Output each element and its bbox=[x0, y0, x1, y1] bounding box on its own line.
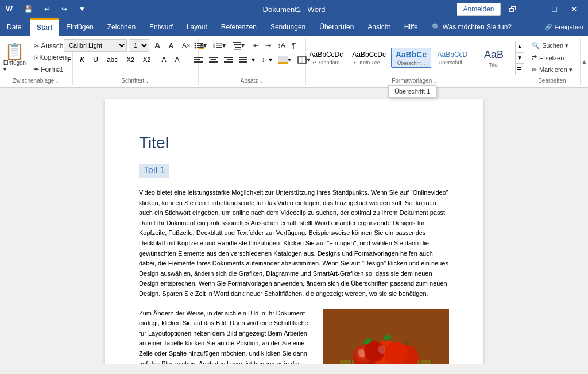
search-button[interactable]: 🔍 Suchen ▾ bbox=[527, 40, 578, 51]
paragraph-expand-icon[interactable]: ⌄ bbox=[259, 78, 264, 84]
undo-button[interactable]: ↩ bbox=[40, 2, 55, 16]
word-icon: W bbox=[5, 3, 15, 16]
search-icon: 🔍 bbox=[432, 23, 440, 31]
tab-start[interactable]: Start bbox=[30, 18, 59, 36]
editing-label: Bearbeiten bbox=[538, 76, 566, 84]
bold-button[interactable]: F bbox=[64, 53, 75, 66]
svg-rect-21 bbox=[209, 57, 218, 58]
body-float-section: Zum Ändern der Weise, in der sich ein Bi… bbox=[139, 309, 449, 364]
tab-sendungen[interactable]: Sendungen bbox=[264, 18, 312, 36]
svg-rect-11 bbox=[216, 45, 222, 46]
svg-point-2 bbox=[195, 43, 196, 44]
styles-expand-icon[interactable]: ⌄ bbox=[433, 78, 438, 84]
replace-button[interactable]: ⇄ Ersetzen bbox=[527, 52, 578, 63]
tab-einfuegen[interactable]: Einfügen bbox=[59, 18, 100, 36]
style-ueberschrift1[interactable]: AaBbCc Überschrif... bbox=[391, 48, 431, 68]
styles-gallery: AaBbCcDc ↵ Standard AaBbCcDc ↵ Kein Lee.… bbox=[305, 39, 524, 76]
subscript-button[interactable]: X2 bbox=[123, 53, 138, 66]
decrease-indent-button[interactable]: ⇤ bbox=[251, 39, 261, 52]
svg-rect-15 bbox=[234, 44, 241, 45]
style-ueberschrift2[interactable]: AaBbCcD Überschrif... bbox=[432, 48, 473, 67]
superscript-button[interactable]: X2 bbox=[140, 53, 154, 66]
tab-layout[interactable]: Layout bbox=[180, 18, 214, 36]
share-button[interactable]: 🔗 Freigeben bbox=[544, 18, 588, 36]
clipboard-label: Zwischenablage ⌄ bbox=[13, 76, 60, 84]
clipboard-expand-icon[interactable]: ⌄ bbox=[55, 78, 60, 84]
ribbon-content: 📋 Einfügen ▾ ✂ Ausschn. ⎘ Kopieren ✒ For… bbox=[0, 36, 588, 88]
strikethrough-button[interactable]: abc bbox=[103, 53, 121, 66]
ribbon-collapse-button[interactable]: ▲ bbox=[581, 38, 588, 85]
tab-ansicht[interactable]: Ansicht bbox=[361, 18, 397, 36]
styles-label: Formatvorlagen ⌄ bbox=[392, 76, 438, 84]
justify-button[interactable] bbox=[237, 53, 250, 66]
format-painter-icon: ✒ bbox=[34, 65, 40, 74]
tab-search[interactable]: 🔍 Was möchten Sie tun? bbox=[425, 18, 519, 36]
tab-referenzen[interactable]: Referenzen bbox=[214, 18, 264, 36]
svg-rect-17 bbox=[234, 49, 241, 50]
editing-group: 🔍 Suchen ▾ ⇄ Ersetzen ✏ Markieren ▾ Bear… bbox=[524, 38, 581, 85]
line-spacing-button[interactable]: ↕ bbox=[259, 53, 267, 66]
svg-rect-22 bbox=[211, 59, 216, 60]
select-icon: ✏ bbox=[532, 66, 537, 74]
body-paragraph-2: Zum Ändern der Weise, in der sich ein Bi… bbox=[139, 309, 314, 364]
paste-button[interactable]: 📋 Einfügen ▾ bbox=[0, 39, 30, 76]
svg-rect-25 bbox=[227, 59, 233, 60]
underline-button[interactable]: U bbox=[90, 53, 102, 66]
svg-rect-13 bbox=[216, 47, 222, 48]
clipboard-buttons: 📋 Einfügen ▾ ✂ Ausschn. ⎘ Kopieren ✒ For… bbox=[0, 39, 74, 76]
sort-button[interactable]: ↕A bbox=[275, 39, 288, 52]
svg-text:3.: 3. bbox=[213, 45, 215, 49]
shading-button[interactable]: ▾ bbox=[276, 53, 293, 66]
svg-rect-20 bbox=[194, 61, 203, 63]
svg-rect-19 bbox=[194, 59, 200, 60]
svg-rect-24 bbox=[224, 57, 233, 58]
maximize-button[interactable]: □ bbox=[547, 0, 563, 18]
font-size-select[interactable]: 16 bbox=[129, 39, 149, 52]
document-image bbox=[323, 309, 449, 364]
multilevel-button[interactable]: ▾ bbox=[230, 39, 247, 52]
align-left-button[interactable] bbox=[192, 53, 205, 66]
redo-button[interactable]: ↪ bbox=[57, 2, 72, 16]
select-button[interactable]: ✏ Markieren ▾ bbox=[527, 64, 578, 75]
style-tooltip: Überschrift 1 bbox=[388, 88, 436, 98]
styles-group: AaBbCcDc ↵ Standard AaBbCcDc ↵ Kein Lee.… bbox=[306, 38, 524, 85]
svg-point-4 bbox=[195, 45, 196, 47]
style-titel[interactable]: AaB Titel bbox=[474, 46, 514, 70]
signin-button[interactable]: Anmelden bbox=[457, 3, 500, 16]
font-color-button[interactable]: A bbox=[171, 53, 183, 66]
more-button[interactable]: ▼ bbox=[74, 2, 90, 16]
close-button[interactable]: ✕ bbox=[565, 0, 583, 18]
italic-button[interactable]: K bbox=[76, 53, 88, 66]
tab-entwurf[interactable]: Entwurf bbox=[142, 18, 180, 36]
body-paragraph-1: Video bietet eine leistungsstarke Möglic… bbox=[139, 188, 449, 299]
search-icon: 🔍 bbox=[532, 42, 540, 49]
text-highlight-button[interactable]: A bbox=[158, 53, 169, 66]
numbering-button[interactable]: 1.2.3.▾ bbox=[211, 39, 228, 52]
document-page: Titel Teil 1 Video bietet eine leistungs… bbox=[105, 99, 483, 364]
restore-button[interactable]: 🗗 bbox=[503, 0, 523, 18]
show-marks-button[interactable]: ¶ bbox=[289, 39, 298, 52]
tab-ueberpruefen[interactable]: Überprüfen bbox=[312, 18, 361, 36]
style-standard[interactable]: AaBbCcDc ↵ Standard bbox=[305, 48, 347, 67]
svg-rect-23 bbox=[209, 61, 218, 63]
minimize-button[interactable]: — bbox=[525, 0, 544, 18]
style-kein-leeraum[interactable]: AaBbCcDc ↵ Kein Lee... bbox=[348, 48, 390, 67]
paragraph-label: Absatz ⌄ bbox=[241, 76, 264, 84]
clipboard-group: 📋 Einfügen ▾ ✂ Ausschn. ⎘ Kopieren ✒ For… bbox=[0, 38, 73, 85]
tab-zeichnen[interactable]: Zeichnen bbox=[100, 18, 142, 36]
align-row: ▾ ↕▾ ▾ ▾ bbox=[192, 53, 312, 66]
font-name-select[interactable]: Calibri Light bbox=[64, 39, 127, 52]
font-shrink-button[interactable]: A bbox=[165, 39, 177, 52]
tab-datei[interactable]: Datei bbox=[0, 18, 30, 36]
bullets-button[interactable]: ▾ bbox=[192, 39, 209, 52]
align-center-button[interactable] bbox=[207, 53, 220, 66]
window-controls: Anmelden 🗗 — □ ✕ bbox=[457, 0, 583, 18]
svg-point-6 bbox=[195, 47, 196, 49]
increase-indent-button[interactable]: ⇥ bbox=[263, 39, 273, 52]
font-grow-button[interactable]: A bbox=[151, 39, 164, 52]
copy-icon: ⎘ bbox=[34, 53, 38, 61]
font-expand-icon[interactable]: ⌄ bbox=[145, 78, 150, 84]
tab-hilfe[interactable]: Hilfe bbox=[397, 18, 425, 36]
align-right-button[interactable] bbox=[222, 53, 235, 66]
save-button[interactable]: 💾 bbox=[20, 2, 37, 16]
